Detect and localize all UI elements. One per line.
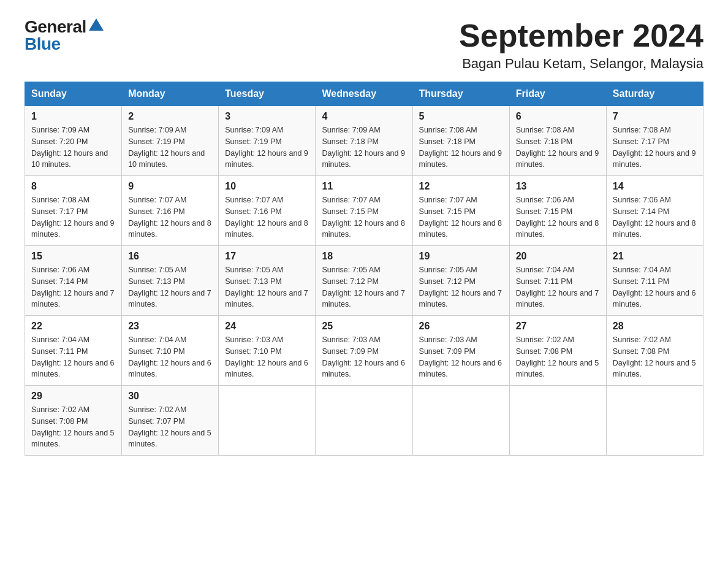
calendar-cell bbox=[606, 386, 703, 456]
calendar-cell: 29Sunrise: 7:02 AMSunset: 7:08 PMDayligh… bbox=[25, 386, 122, 456]
day-number: 23 bbox=[128, 321, 212, 332]
day-info: Sunrise: 7:03 AMSunset: 7:09 PMDaylight:… bbox=[322, 334, 406, 380]
day-info: Sunrise: 7:02 AMSunset: 7:08 PMDaylight:… bbox=[31, 404, 115, 450]
calendar-cell: 23Sunrise: 7:04 AMSunset: 7:10 PMDayligh… bbox=[122, 316, 219, 386]
calendar-cell: 16Sunrise: 7:05 AMSunset: 7:13 PMDayligh… bbox=[122, 246, 219, 316]
day-number: 15 bbox=[31, 251, 115, 262]
day-info: Sunrise: 7:09 AMSunset: 7:19 PMDaylight:… bbox=[128, 124, 212, 170]
page-title: September 2024 bbox=[459, 18, 703, 53]
calendar-cell: 28Sunrise: 7:02 AMSunset: 7:08 PMDayligh… bbox=[606, 316, 703, 386]
calendar-cell: 27Sunrise: 7:02 AMSunset: 7:08 PMDayligh… bbox=[509, 316, 606, 386]
day-number: 3 bbox=[225, 111, 309, 122]
day-number: 24 bbox=[225, 321, 309, 332]
day-info: Sunrise: 7:04 AMSunset: 7:11 PMDaylight:… bbox=[31, 334, 115, 380]
calendar-cell: 9Sunrise: 7:07 AMSunset: 7:16 PMDaylight… bbox=[122, 176, 219, 246]
calendar-cell: 25Sunrise: 7:03 AMSunset: 7:09 PMDayligh… bbox=[316, 316, 412, 386]
day-number: 17 bbox=[225, 251, 309, 262]
day-info: Sunrise: 7:08 AMSunset: 7:18 PMDaylight:… bbox=[419, 124, 503, 170]
day-info: Sunrise: 7:07 AMSunset: 7:16 PMDaylight:… bbox=[225, 194, 309, 240]
day-number: 11 bbox=[322, 181, 406, 192]
day-info: Sunrise: 7:03 AMSunset: 7:10 PMDaylight:… bbox=[225, 334, 309, 380]
calendar-week-row: 22Sunrise: 7:04 AMSunset: 7:11 PMDayligh… bbox=[25, 316, 703, 386]
calendar-week-row: 29Sunrise: 7:02 AMSunset: 7:08 PMDayligh… bbox=[25, 386, 703, 456]
day-number: 7 bbox=[613, 111, 697, 122]
calendar-cell: 15Sunrise: 7:06 AMSunset: 7:14 PMDayligh… bbox=[25, 246, 122, 316]
day-info: Sunrise: 7:04 AMSunset: 7:11 PMDaylight:… bbox=[516, 264, 600, 310]
day-info: Sunrise: 7:05 AMSunset: 7:13 PMDaylight:… bbox=[225, 264, 309, 310]
day-info: Sunrise: 7:08 AMSunset: 7:18 PMDaylight:… bbox=[516, 124, 600, 170]
logo-triangle-icon bbox=[89, 18, 104, 31]
day-number: 5 bbox=[419, 111, 503, 122]
day-number: 18 bbox=[322, 251, 406, 262]
day-number: 29 bbox=[31, 391, 115, 402]
calendar-day-header: Friday bbox=[509, 82, 606, 106]
day-number: 4 bbox=[322, 111, 406, 122]
calendar-day-header: Thursday bbox=[412, 82, 509, 106]
calendar-cell: 3Sunrise: 7:09 AMSunset: 7:19 PMDaylight… bbox=[219, 106, 316, 176]
day-number: 16 bbox=[128, 251, 212, 262]
day-info: Sunrise: 7:09 AMSunset: 7:18 PMDaylight:… bbox=[322, 124, 406, 170]
calendar-cell bbox=[509, 386, 606, 456]
calendar-cell bbox=[316, 386, 412, 456]
day-info: Sunrise: 7:03 AMSunset: 7:09 PMDaylight:… bbox=[419, 334, 503, 380]
page-header: General Blue September 2024 Bagan Pulau … bbox=[25, 18, 703, 72]
logo-blue: Blue bbox=[25, 36, 61, 53]
calendar-cell: 17Sunrise: 7:05 AMSunset: 7:13 PMDayligh… bbox=[219, 246, 316, 316]
logo-general: General bbox=[25, 18, 86, 36]
day-info: Sunrise: 7:07 AMSunset: 7:15 PMDaylight:… bbox=[419, 194, 503, 240]
calendar-cell: 18Sunrise: 7:05 AMSunset: 7:12 PMDayligh… bbox=[316, 246, 412, 316]
calendar-cell: 8Sunrise: 7:08 AMSunset: 7:17 PMDaylight… bbox=[25, 176, 122, 246]
calendar-day-header: Monday bbox=[122, 82, 219, 106]
day-info: Sunrise: 7:08 AMSunset: 7:17 PMDaylight:… bbox=[613, 124, 697, 170]
calendar-cell bbox=[219, 386, 316, 456]
calendar-cell: 11Sunrise: 7:07 AMSunset: 7:15 PMDayligh… bbox=[316, 176, 412, 246]
day-number: 1 bbox=[31, 111, 115, 122]
day-number: 19 bbox=[419, 251, 503, 262]
day-info: Sunrise: 7:02 AMSunset: 7:08 PMDaylight:… bbox=[516, 334, 600, 380]
calendar-cell: 1Sunrise: 7:09 AMSunset: 7:20 PMDaylight… bbox=[25, 106, 122, 176]
calendar-cell: 30Sunrise: 7:02 AMSunset: 7:07 PMDayligh… bbox=[122, 386, 219, 456]
calendar-cell: 10Sunrise: 7:07 AMSunset: 7:16 PMDayligh… bbox=[219, 176, 316, 246]
calendar-day-header: Tuesday bbox=[219, 82, 316, 106]
day-number: 28 bbox=[613, 321, 697, 332]
calendar-day-header: Sunday bbox=[25, 82, 122, 106]
calendar-cell: 5Sunrise: 7:08 AMSunset: 7:18 PMDaylight… bbox=[412, 106, 509, 176]
calendar-cell: 12Sunrise: 7:07 AMSunset: 7:15 PMDayligh… bbox=[412, 176, 509, 246]
calendar-cell: 19Sunrise: 7:05 AMSunset: 7:12 PMDayligh… bbox=[412, 246, 509, 316]
day-number: 8 bbox=[31, 181, 115, 192]
day-info: Sunrise: 7:07 AMSunset: 7:16 PMDaylight:… bbox=[128, 194, 212, 240]
calendar-day-header: Wednesday bbox=[316, 82, 412, 106]
day-number: 26 bbox=[419, 321, 503, 332]
calendar-header-row: SundayMondayTuesdayWednesdayThursdayFrid… bbox=[25, 82, 703, 106]
calendar-cell: 13Sunrise: 7:06 AMSunset: 7:15 PMDayligh… bbox=[509, 176, 606, 246]
calendar-table: SundayMondayTuesdayWednesdayThursdayFrid… bbox=[25, 82, 703, 456]
day-info: Sunrise: 7:06 AMSunset: 7:15 PMDaylight:… bbox=[516, 194, 600, 240]
day-number: 2 bbox=[128, 111, 212, 122]
day-info: Sunrise: 7:05 AMSunset: 7:12 PMDaylight:… bbox=[419, 264, 503, 310]
day-info: Sunrise: 7:06 AMSunset: 7:14 PMDaylight:… bbox=[31, 264, 115, 310]
day-info: Sunrise: 7:04 AMSunset: 7:10 PMDaylight:… bbox=[128, 334, 212, 380]
day-number: 10 bbox=[225, 181, 309, 192]
day-number: 25 bbox=[322, 321, 406, 332]
day-info: Sunrise: 7:04 AMSunset: 7:11 PMDaylight:… bbox=[613, 264, 697, 310]
calendar-cell: 24Sunrise: 7:03 AMSunset: 7:10 PMDayligh… bbox=[219, 316, 316, 386]
day-info: Sunrise: 7:06 AMSunset: 7:14 PMDaylight:… bbox=[613, 194, 697, 240]
calendar-cell: 26Sunrise: 7:03 AMSunset: 7:09 PMDayligh… bbox=[412, 316, 509, 386]
title-block: September 2024 Bagan Pulau Ketam, Selang… bbox=[459, 18, 703, 72]
day-info: Sunrise: 7:09 AMSunset: 7:19 PMDaylight:… bbox=[225, 124, 309, 170]
day-info: Sunrise: 7:02 AMSunset: 7:07 PMDaylight:… bbox=[128, 404, 212, 450]
logo: General Blue bbox=[25, 18, 104, 53]
calendar-cell: 20Sunrise: 7:04 AMSunset: 7:11 PMDayligh… bbox=[509, 246, 606, 316]
day-number: 13 bbox=[516, 181, 600, 192]
day-info: Sunrise: 7:02 AMSunset: 7:08 PMDaylight:… bbox=[613, 334, 697, 380]
day-number: 12 bbox=[419, 181, 503, 192]
calendar-week-row: 1Sunrise: 7:09 AMSunset: 7:20 PMDaylight… bbox=[25, 106, 703, 176]
calendar-week-row: 15Sunrise: 7:06 AMSunset: 7:14 PMDayligh… bbox=[25, 246, 703, 316]
calendar-cell bbox=[412, 386, 509, 456]
day-number: 20 bbox=[516, 251, 600, 262]
day-info: Sunrise: 7:05 AMSunset: 7:13 PMDaylight:… bbox=[128, 264, 212, 310]
calendar-cell: 4Sunrise: 7:09 AMSunset: 7:18 PMDaylight… bbox=[316, 106, 412, 176]
day-number: 22 bbox=[31, 321, 115, 332]
day-number: 14 bbox=[613, 181, 697, 192]
calendar-cell: 7Sunrise: 7:08 AMSunset: 7:17 PMDaylight… bbox=[606, 106, 703, 176]
